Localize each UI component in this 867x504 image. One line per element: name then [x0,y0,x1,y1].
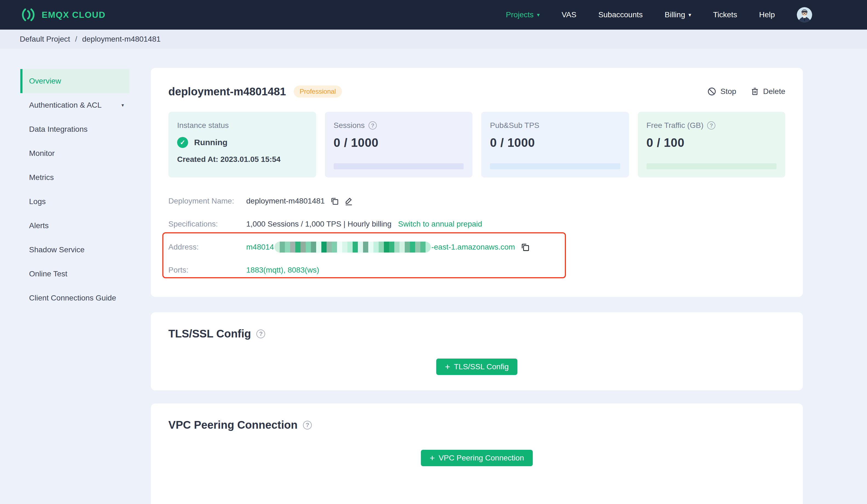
nav-item-subaccounts[interactable]: Subaccounts [598,10,643,19]
brand-logo[interactable]: EMQX CLOUD [20,7,106,23]
vpc-peering-title: VPC Peering Connection [168,419,298,431]
nav-item-vas[interactable]: VAS [561,10,576,19]
main-content: deployment-m4801481 Professional Stop [151,68,803,504]
address-redaction [275,242,431,253]
pubsub-tps-label: Pub&Sub TPS [490,121,539,130]
edit-icon[interactable] [344,197,353,206]
address-row: Address: m48014 -east-1.amazonaws.com [168,235,785,259]
nav-links: Projects ▾ VAS Subaccounts Billing ▾ Tic… [506,7,812,22]
pubsub-tps-card: Pub&Sub TPS 0 / 1000 [481,112,629,177]
switch-annual-prepaid-link[interactable]: Switch to annual prepaid [398,220,482,228]
status-running: Running [194,138,227,147]
instance-status-label: Instance status [177,121,229,130]
copy-icon[interactable] [521,242,530,252]
sidebar-item-overview[interactable]: Overview [20,69,129,93]
deployment-overview-card: deployment-m4801481 Professional Stop [151,68,803,297]
address-prefix: m48014 [246,243,274,251]
sidebar-item-metrics[interactable]: Metrics [20,165,129,189]
check-circle-icon: ✓ [177,137,188,148]
plus-icon: + [445,362,450,371]
tls-ssl-title: TLS/SSL Config [168,328,251,340]
pubsub-tps-progress-bar [490,163,620,169]
sidebar-item-data-integrations[interactable]: Data Integrations [20,117,129,141]
sidebar: Overview Authentication & ACL ▾ Data Int… [0,49,140,504]
deployment-title: deployment-m4801481 [168,86,286,98]
free-traffic-label: Free Traffic (GB) [646,121,704,130]
emqx-logo-icon [20,7,36,23]
deployment-name-value: deployment-m4801481 [246,197,325,206]
nav-item-billing[interactable]: Billing ▾ [665,10,691,19]
stop-button[interactable]: Stop [707,87,736,96]
address-suffix: -east-1.amazonaws.com [431,243,515,251]
sidebar-item-monitor[interactable]: Monitor [20,141,129,165]
ports-value: 1883(mqtt), 8083(ws) [246,266,319,274]
question-icon[interactable]: ? [303,421,312,429]
specifications-row: Specifications: 1,000 Sessions / 1,000 T… [168,212,785,235]
question-icon[interactable]: ? [368,121,377,130]
brand-name: EMQX CLOUD [42,10,106,20]
ports-label: Ports: [168,266,246,274]
sidebar-item-logs[interactable]: Logs [20,189,129,213]
sessions-value: 0 / 1000 [334,136,464,150]
question-icon[interactable]: ? [707,121,715,130]
plus-icon: + [430,453,435,462]
trash-icon [750,87,759,96]
breadcrumb-separator: / [75,35,77,44]
sessions-progress-bar [334,163,464,169]
breadcrumb: Default Project / deployment-m4801481 [0,30,867,49]
copy-icon[interactable] [330,197,339,206]
specifications-label: Specifications: [168,220,246,228]
delete-button[interactable]: Delete [750,87,785,96]
sidebar-item-alerts[interactable]: Alerts [20,213,129,238]
sessions-card: Sessions ? 0 / 1000 [325,112,473,177]
specifications-value: 1,000 Sessions / 1,000 TPS | Hourly bill… [246,220,392,228]
user-avatar[interactable] [797,7,812,22]
stop-icon [707,87,716,96]
pubsub-tps-value: 0 / 1000 [490,136,620,150]
address-label: Address: [168,243,246,251]
chevron-down-icon: ▾ [688,12,691,18]
breadcrumb-deployment[interactable]: deployment-m4801481 [82,35,160,44]
chevron-down-icon: ▾ [121,102,124,108]
add-vpc-peering-button[interactable]: + VPC Peering Connection [421,450,533,466]
plan-badge: Professional [294,86,342,98]
ports-row: Ports: 1883(mqtt), 8083(ws) [168,259,785,282]
deployment-name-label: Deployment Name: [168,197,246,206]
sidebar-item-shadow-service[interactable]: Shadow Service [20,238,129,262]
sidebar-item-client-connections-guide[interactable]: Client Connections Guide [20,286,129,310]
tls-ssl-config-card: TLS/SSL Config ? + TLS/SSL Config [151,312,803,390]
deployment-name-row: Deployment Name: deployment-m4801481 [168,189,785,212]
sidebar-item-online-test[interactable]: Online Test [20,262,129,286]
vpc-peering-card: VPC Peering Connection ? + VPC Peering C… [151,404,803,504]
question-icon[interactable]: ? [256,329,265,338]
chevron-down-icon: ▾ [537,12,539,18]
nav-item-tickets[interactable]: Tickets [713,10,737,19]
nav-item-projects[interactable]: Projects ▾ [506,10,539,19]
add-tls-ssl-config-button[interactable]: + TLS/SSL Config [436,359,517,375]
sidebar-item-authentication-acl[interactable]: Authentication & ACL ▾ [20,93,129,117]
instance-status-card: Instance status ✓ Running Created At: 20… [168,112,316,177]
free-traffic-card: Free Traffic (GB) ? 0 / 100 [638,112,785,177]
breadcrumb-project[interactable]: Default Project [20,35,70,44]
free-traffic-value: 0 / 100 [646,136,777,150]
sessions-label: Sessions [334,121,365,130]
nav-item-help[interactable]: Help [759,10,775,19]
created-at: Created At: 2023.01.05 15:54 [177,155,307,164]
address-value: m48014 -east-1.amazonaws.com [246,242,515,253]
top-navbar: EMQX CLOUD Projects ▾ VAS Subaccounts Bi… [0,0,867,30]
free-traffic-progress-bar [646,163,777,169]
